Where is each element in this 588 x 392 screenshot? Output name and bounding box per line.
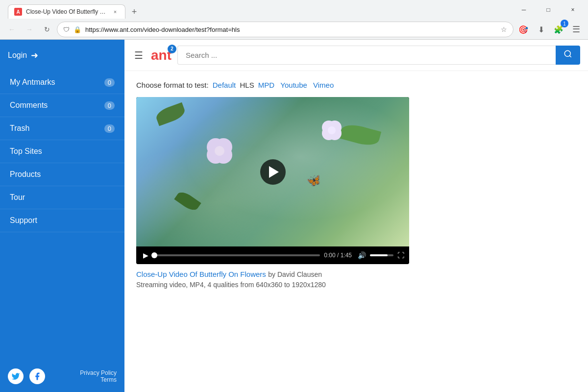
video-title-link[interactable]: Close-Up Video Of Butterfly On Flowers (136, 270, 266, 278)
tab-close-button[interactable]: × (111, 8, 119, 16)
download-wrapper: ⬇ (533, 22, 549, 37)
video-frame: 🦋 (136, 97, 409, 246)
pocket-wrapper: 🎯 (515, 22, 531, 37)
time-display: 0:00 / 1:45 (324, 252, 352, 259)
play-button[interactable] (260, 159, 286, 185)
sidebar-header: Login ➜ (0, 40, 124, 71)
fullscreen-button[interactable]: ⛶ (397, 251, 404, 259)
refresh-button[interactable]: ↻ (39, 22, 55, 37)
star-icon[interactable]: ☆ (501, 25, 507, 33)
sidebar-item-top-sites[interactable]: Top Sites (0, 140, 124, 163)
flower-decoration-1 (215, 146, 224, 156)
shield-icon: 🛡 (63, 26, 70, 33)
video-title-row: Close-Up Video Of Butterfly On Flowers b… (136, 270, 576, 279)
progress-handle[interactable] (151, 252, 157, 258)
tab-title: Close-Up Video Of Butterfly On... (26, 8, 107, 15)
sidebar-item-label: Comments (10, 101, 48, 110)
volume-fill (370, 254, 388, 256)
sidebar-item-label: Products (10, 170, 41, 179)
flower-decoration-2 (328, 126, 336, 134)
login-button[interactable]: Login ➜ (8, 50, 38, 61)
download-button[interactable]: ⬇ (533, 22, 549, 37)
video-info: Close-Up Video Of Butterfly On Flowers b… (136, 270, 576, 289)
progress-bar[interactable] (154, 254, 320, 256)
video-author: by David Clausen (268, 270, 322, 278)
sidebar-item-my-antmarks[interactable]: My Antmarks 0 (0, 71, 124, 94)
twitter-icon[interactable] (8, 368, 24, 384)
sidebar-item-badge: 0 (104, 101, 115, 110)
sidebar-footer: Privacy Policy Terms (0, 361, 124, 392)
browser-chrome: A Close-Up Video Of Butterfly On... × + … (0, 0, 588, 40)
format-chooser: Choose format to test: Default HLS MPD Y… (136, 81, 576, 89)
search-input[interactable] (177, 46, 556, 65)
volume-bar[interactable] (370, 254, 393, 256)
title-bar: A Close-Up Video Of Butterfly On... × + … (0, 0, 588, 20)
sidebar-item-tour[interactable]: Tour (0, 186, 124, 209)
play-icon (269, 166, 279, 178)
extensions-badge: 1 (561, 20, 568, 27)
maximize-button[interactable]: □ (537, 2, 560, 18)
address-bar[interactable]: 🛡 🔒 ☆ (57, 22, 514, 37)
sidebar-item-products[interactable]: Products (0, 163, 124, 186)
sidebar-item-label: Support (10, 216, 37, 225)
tab-bar: A Close-Up Video Of Butterfly On... × + (4, 1, 509, 19)
sidebar-item-trash[interactable]: Trash 0 (0, 117, 124, 140)
main-content: ☰ ant 2 Choose format to test: Default H… (124, 40, 588, 392)
sidebar-item-label: Trash (10, 124, 29, 133)
svg-point-0 (564, 50, 570, 56)
sidebar: Login ➜ My Antmarks 0 Comments 0 Trash 0… (0, 40, 124, 392)
content-area: Choose format to test: Default HLS MPD Y… (124, 71, 588, 298)
format-vimeo[interactable]: Vimeo (313, 81, 334, 89)
sidebar-item-badge: 0 (104, 78, 115, 87)
sidebar-item-label: Tour (10, 193, 25, 202)
minimize-button[interactable]: ─ (513, 2, 535, 18)
forward-button[interactable]: → (22, 22, 37, 37)
lock-icon: 🔒 (74, 26, 81, 33)
butterfly-decoration: 🦋 (305, 173, 322, 189)
format-label: Choose format to test: (136, 81, 209, 89)
search-button[interactable] (556, 46, 580, 65)
sidebar-item-comments[interactable]: Comments 0 (0, 94, 124, 117)
url-input[interactable] (85, 26, 497, 33)
sidebar-item-badge: 0 (104, 124, 115, 133)
mute-button[interactable]: 🔊 (356, 250, 368, 260)
toolbar-icons: 🎯 ⬇ 🧩 1 ☰ (515, 22, 584, 37)
extensions-wrapper: 🧩 1 (551, 22, 566, 37)
privacy-policy-link[interactable]: Privacy Policy (80, 369, 117, 376)
play-pause-button[interactable]: ▶ (141, 250, 150, 260)
login-icon: ➜ (31, 50, 38, 61)
tab-favicon: A (14, 8, 22, 16)
video-player: 🦋 ▶ 0:00 / 1:45 🔊 (136, 97, 409, 264)
search-wrapper (177, 46, 580, 65)
window-controls: ─ □ × (513, 2, 584, 18)
video-meta: Streaming video, MP4, 4 qualities from 6… (136, 281, 576, 289)
sidebar-item-support[interactable]: Support (0, 209, 124, 232)
terms-link[interactable]: Terms (80, 376, 117, 383)
new-tab-button[interactable]: + (127, 5, 141, 19)
svg-line-1 (569, 55, 571, 57)
ant-logo: ant 2 (151, 48, 172, 63)
volume-area: 🔊 (356, 250, 393, 260)
app-layout: Login ➜ My Antmarks 0 Comments 0 Trash 0… (0, 40, 588, 392)
back-button[interactable]: ← (4, 22, 20, 37)
format-mpd[interactable]: MPD (258, 81, 274, 89)
login-label: Login (8, 51, 27, 60)
facebook-icon[interactable] (29, 368, 45, 384)
menu-button[interactable]: ☰ (568, 22, 584, 37)
hamburger-button[interactable]: ☰ (132, 48, 145, 63)
active-tab[interactable]: A Close-Up Video Of Butterfly On... × (8, 4, 125, 19)
ant-logo-badge: 2 (168, 45, 176, 53)
sidebar-item-label: Top Sites (10, 147, 42, 156)
video-controls: ▶ 0:00 / 1:45 🔊 ⛶ (136, 246, 409, 264)
sidebar-item-label: My Antmarks (10, 78, 55, 87)
format-default[interactable]: Default (213, 81, 236, 89)
format-hls-plain: HLS (240, 81, 254, 89)
close-button[interactable]: × (562, 2, 584, 18)
address-bar-row: ← → ↻ 🛡 🔒 ☆ 🎯 ⬇ 🧩 1 ☰ (0, 20, 588, 39)
footer-links: Privacy Policy Terms (80, 369, 117, 383)
top-bar: ☰ ant 2 (124, 40, 588, 71)
format-youtube[interactable]: Youtube (280, 81, 307, 89)
pocket-button[interactable]: 🎯 (515, 22, 531, 37)
sidebar-nav: My Antmarks 0 Comments 0 Trash 0 Top Sit… (0, 71, 124, 361)
